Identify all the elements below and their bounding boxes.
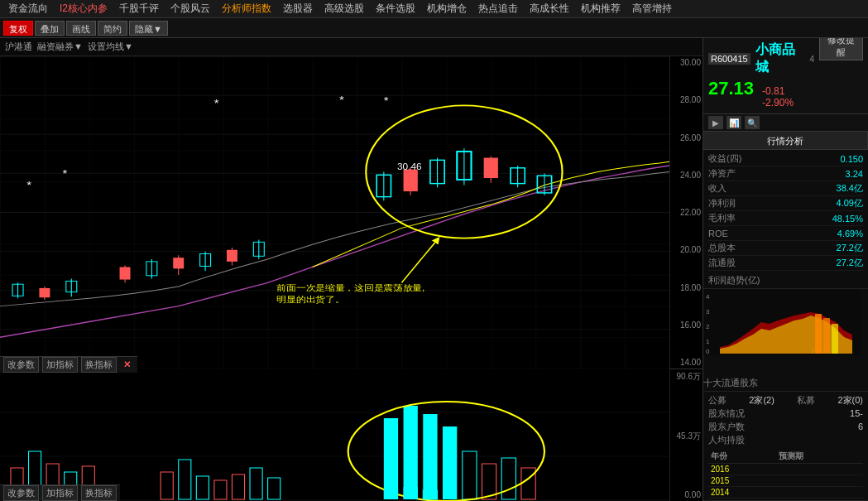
- svg-text:30.46: 30.46: [397, 161, 422, 171]
- menu-item-growth[interactable]: 高成长性: [525, 0, 574, 17]
- search-icon[interactable]: 🔍: [745, 116, 760, 129]
- svg-rect-79: [384, 489, 398, 499]
- holder-situation-value: 15-: [850, 408, 863, 418]
- eps-row: 收益(四) 0.150: [708, 152, 863, 166]
- svg-rect-54: [0, 369, 669, 501]
- fuquan-button[interactable]: 复权: [3, 21, 33, 36]
- svg-rect-91: [815, 314, 822, 354]
- nav-row: 净资产 3.24: [708, 166, 863, 181]
- per-holder-label: 人均持股: [708, 434, 745, 446]
- price-22: 22.00: [680, 208, 701, 217]
- svg-rect-70: [384, 418, 398, 499]
- main-layout: 沪港通 融资融券▼ 设置均线▼: [0, 38, 868, 501]
- menu-item-capital[interactable]: 资金流向: [3, 0, 53, 17]
- right-panel: R600415 小商品城 4 修改提醒 27.13 -0.81 -2.90% ▶…: [703, 38, 868, 501]
- svg-rect-72: [423, 414, 437, 499]
- svg-text:前面一次是缩量，这回是震荡放量,: 前面一次是缩量，这回是震荡放量,: [276, 282, 424, 291]
- price-24: 24.00: [680, 171, 701, 180]
- menu-item-hotspot[interactable]: 热点追击: [473, 0, 523, 17]
- chart-icon[interactable]: 📊: [727, 116, 741, 129]
- year-2016: 2016: [708, 464, 776, 475]
- svg-rect-73: [443, 426, 457, 499]
- private-label: 私募: [797, 394, 815, 407]
- huaxian-button[interactable]: 画线: [66, 21, 96, 36]
- svg-text:1: 1: [706, 338, 710, 345]
- price-28: 28.00: [680, 95, 701, 104]
- menu-item-review[interactable]: 千股千评: [114, 0, 164, 17]
- holder-situation-label: 股东情况: [708, 407, 745, 420]
- margin-label[interactable]: 融资融券▼: [37, 41, 83, 53]
- svg-rect-26: [227, 250, 237, 262]
- icon-strip: ▶ 📊 🔍: [703, 114, 868, 132]
- year-row-2015: 2015: [708, 475, 863, 487]
- float-shares-value: 27.2亿: [837, 257, 863, 269]
- total-shares-row: 总股本 27.2亿: [708, 241, 863, 256]
- diejia-button[interactable]: 叠加: [35, 21, 65, 36]
- total-shares-value: 27.2亿: [837, 242, 863, 254]
- vol-params-btn-2[interactable]: 改参数: [3, 485, 39, 501]
- profit-label: 净利润: [708, 197, 736, 210]
- holder-count-row: 股东户数 6: [708, 420, 863, 433]
- tab-market[interactable]: 行情分析: [703, 132, 868, 149]
- jianyue-button[interactable]: 简约: [98, 21, 127, 36]
- modify-button[interactable]: 修改提醒: [819, 38, 863, 60]
- float-shares-label: 流通股: [708, 257, 736, 269]
- panel-tabs: 行情分析: [703, 132, 868, 150]
- profit-trend-title: 利润趋势(亿): [703, 272, 868, 289]
- svg-text:*: *: [63, 167, 68, 180]
- price-change-value: -0.81: [762, 85, 794, 97]
- menu-item-stock-cloud[interactable]: 个股风云: [165, 0, 215, 17]
- roe-value: 4.69%: [837, 229, 863, 238]
- vol-add-btn[interactable]: 加指标: [42, 357, 78, 373]
- svg-rect-93: [832, 324, 838, 354]
- svg-rect-71: [404, 406, 418, 499]
- menu-item-analyst[interactable]: 分析师指数: [217, 0, 276, 17]
- nav-label: 净资产: [708, 167, 736, 180]
- svg-text:3: 3: [706, 308, 710, 316]
- vol-90: 90.6万: [677, 371, 701, 383]
- menu-item-condition[interactable]: 条件选股: [371, 0, 420, 17]
- public-value: 2家(2): [749, 394, 774, 407]
- menu-item-picker[interactable]: 选股器: [278, 0, 318, 17]
- svg-text:*: *: [339, 93, 344, 105]
- vol-params-btn[interactable]: 改参数: [3, 357, 39, 373]
- menu-item-management[interactable]: 高管增持: [627, 0, 677, 17]
- price-16: 16.00: [680, 320, 701, 330]
- fundamentals-section: 收益(四) 0.150 净资产 3.24 收入 38.4亿 净利润 4.09亿 …: [703, 150, 868, 272]
- chart-header: 沪港通 融资融券▼ 设置均线▼: [0, 38, 703, 56]
- private-value: 2家(0): [837, 394, 863, 407]
- menu-item-advanced[interactable]: 高级选股: [319, 0, 369, 17]
- gross-margin-value: 48.15%: [832, 214, 863, 224]
- year-2015-value: [776, 475, 863, 487]
- ma-settings[interactable]: 设置均线▼: [88, 41, 133, 53]
- price-change: -0.81 -2.90%: [762, 85, 794, 108]
- stock-name: 小商品城: [755, 41, 805, 76]
- profit-row: 净利润 4.09亿: [708, 196, 863, 211]
- vol-switch-btn-2[interactable]: 换指标: [81, 485, 117, 501]
- price-26: 26.00: [680, 133, 701, 142]
- vol-switch-btn[interactable]: 换指标: [81, 357, 117, 373]
- gross-margin-label: 毛利率: [708, 212, 736, 224]
- volume-scale: 90.6万 45.3万 0.00: [669, 369, 703, 501]
- vol-close-btn[interactable]: ✕: [120, 359, 134, 371]
- menu-item-institution[interactable]: 机构增仓: [422, 0, 472, 17]
- price-30: 30.00: [680, 58, 701, 67]
- menu-item-recommend[interactable]: 机构推荐: [576, 0, 626, 17]
- vol-0: 0.00: [685, 490, 701, 499]
- toolbar: 复权 叠加 画线 简约 隐藏▼: [0, 18, 868, 38]
- play-icon[interactable]: ▶: [708, 116, 723, 129]
- svg-text:*: *: [384, 94, 389, 107]
- svg-text:2: 2: [706, 323, 710, 330]
- stock-code: R600415: [708, 53, 751, 65]
- menu-item-i2[interactable]: I2核心内参: [55, 0, 113, 17]
- public-label: 公募: [708, 394, 727, 407]
- svg-text:*: *: [214, 97, 219, 109]
- svg-rect-32: [404, 170, 418, 191]
- price-row: 27.13 -0.81 -2.90%: [708, 78, 863, 108]
- volume-chart: [0, 369, 669, 501]
- vol-toolbar-2: 改参数 加指标 换指标: [0, 484, 120, 501]
- year-2016-value: [776, 464, 863, 475]
- yincang-button[interactable]: 隐藏▼: [129, 21, 168, 36]
- vol-add-btn-2[interactable]: 加指标: [42, 485, 78, 501]
- per-holder-row: 人均持股: [708, 433, 863, 446]
